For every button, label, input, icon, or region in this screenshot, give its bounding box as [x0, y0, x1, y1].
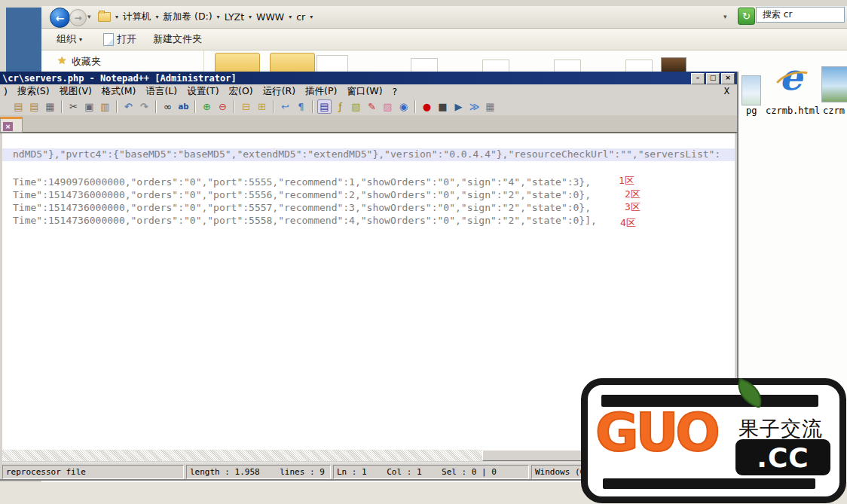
- menu-item-help[interactable]: ?: [393, 86, 398, 97]
- menu-item-window[interactable]: 窗口(W): [347, 85, 382, 98]
- document-icon: [103, 33, 114, 46]
- macro-save-icon[interactable]: ▦: [483, 99, 497, 114]
- file-icon[interactable]: [316, 55, 348, 72]
- document-tab[interactable]: ×: [0, 117, 23, 133]
- logo-brand-text: GUO: [595, 402, 717, 463]
- print-icon[interactable]: ▦: [43, 99, 57, 114]
- toolbar: ▤ ▤ ▦ ✂ ▣ ▥ ↶ ↷ ∞ ab ⊕ ⊖ ⊟ ⊞ ↩ ¶ ▤ ƒ ▧: [0, 98, 737, 115]
- sidebar-item-favorites[interactable]: 收藏夹: [72, 55, 101, 69]
- toolbar-separator: [194, 100, 196, 113]
- file-icon[interactable]: [625, 60, 653, 72]
- toolbar-separator: [116, 100, 118, 113]
- status-doc-type: reprocessor file: [2, 465, 184, 479]
- back-button[interactable]: ←: [50, 8, 70, 28]
- minimize-button[interactable]: –: [691, 73, 705, 84]
- sync-horizontal-icon[interactable]: ⊞: [255, 99, 269, 114]
- word-wrap-icon[interactable]: ↩: [278, 99, 292, 114]
- menu-item-search[interactable]: 搜索(S): [17, 85, 50, 98]
- toolbar-separator: [273, 100, 274, 113]
- breadcrumb-separator: ▾: [289, 14, 292, 20]
- function-list-icon[interactable]: ƒ: [333, 99, 347, 114]
- breadcrumb-item-drive-d[interactable]: 新加卷 (D:): [164, 11, 213, 23]
- menu-item-run[interactable]: 运行(R): [263, 85, 295, 98]
- code-line: Time":1490976000000,"orders":"0","port":…: [13, 176, 591, 188]
- window-title: \cr\servers.php - Notepad++ [Administrat…: [0, 73, 237, 84]
- menu-close-icon[interactable]: X: [724, 86, 737, 96]
- image-thumbnail-icon[interactable]: [661, 57, 686, 72]
- monitor-folder-icon[interactable]: ▨: [381, 99, 395, 114]
- menu-item-plugins[interactable]: 插件(P): [305, 85, 337, 98]
- folder-icon[interactable]: [270, 53, 315, 72]
- favorites-star-icon: ★: [57, 54, 67, 66]
- internet-explorer-icon[interactable]: e: [775, 60, 811, 102]
- address-dropdown-chevron-icon[interactable]: ▾: [723, 13, 727, 20]
- screen: ← → ▾ ▾ 计算机 ▾ 新加卷 (D:) ▾ LYZt ▾ WWW ▾ cr…: [0, 0, 847, 504]
- desktop-background-strip: [6, 8, 41, 72]
- show-all-chars-icon[interactable]: ¶: [294, 99, 308, 114]
- file-label-czrmb-html[interactable]: czrmb.html: [766, 105, 820, 116]
- toolbar-separator: [155, 100, 157, 113]
- sync-vertical-icon[interactable]: ⊟: [239, 99, 253, 114]
- close-button[interactable]: ×: [721, 73, 735, 84]
- refresh-icon[interactable]: ↻: [738, 8, 755, 25]
- document-map-icon[interactable]: ▤: [317, 99, 332, 114]
- maximize-button[interactable]: □: [706, 73, 720, 84]
- folder-icon[interactable]: [215, 53, 260, 72]
- image-thumbnail-icon[interactable]: [742, 75, 761, 105]
- chevron-down-icon: ▾: [79, 36, 82, 43]
- macro-run-multiple-icon[interactable]: ≫: [467, 99, 482, 114]
- file-label-czrm[interactable]: czrm: [823, 105, 845, 116]
- eye-icon[interactable]: ◉: [396, 99, 411, 114]
- menu-item-language[interactable]: 语言(L): [145, 85, 177, 98]
- code-line: Time":1514736000000,"orders":"0","port":…: [13, 189, 591, 200]
- macro-play-icon[interactable]: ▶: [451, 99, 466, 114]
- toolbar-separator: [312, 100, 313, 113]
- macro-stop-icon[interactable]: ■: [436, 99, 450, 114]
- find-icon[interactable]: ∞: [161, 99, 175, 114]
- breadcrumb-separator: ▾: [156, 14, 159, 20]
- tab-close-icon[interactable]: ×: [3, 122, 13, 131]
- breadcrumb-item-www[interactable]: WWW: [256, 11, 284, 23]
- logo-tld-text: .CC: [735, 439, 830, 475]
- open-button[interactable]: 打开: [103, 32, 136, 46]
- forward-button[interactable]: →: [69, 9, 87, 26]
- folder-as-workspace-icon[interactable]: ▧: [349, 99, 363, 114]
- search-input[interactable]: [756, 7, 845, 23]
- edit-icon[interactable]: ✎: [365, 99, 379, 114]
- undo-icon[interactable]: ↶: [121, 99, 136, 114]
- status-cursor-position: Ln : 1 Col : 1 Sel : 0 | 0: [333, 465, 529, 479]
- guocc-watermark-logo: GUO 果子交流 .CC: [581, 378, 846, 503]
- new-folder-button[interactable]: 新建文件夹: [153, 32, 202, 46]
- organize-button[interactable]: 组织 ▾: [57, 32, 82, 46]
- title-bar[interactable]: \cr\servers.php - Notepad++ [Administrat…: [0, 72, 737, 84]
- menu-item-macro[interactable]: 宏(O): [229, 85, 253, 98]
- file-icon[interactable]: [411, 58, 438, 72]
- copy-icon[interactable]: ▣: [82, 99, 96, 114]
- image-thumbnail-icon[interactable]: [821, 66, 847, 102]
- explorer-command-bar: 组织 ▾ 打开 新建文件夹: [41, 29, 847, 50]
- zoom-in-icon[interactable]: ⊕: [200, 99, 214, 114]
- breadcrumb[interactable]: ▾ 计算机 ▾ 新加卷 (D:) ▾ LYZt ▾ WWW ▾ cr ▾: [98, 11, 313, 23]
- macro-record-icon[interactable]: ●: [420, 99, 434, 114]
- paste-icon[interactable]: ▥: [98, 99, 112, 114]
- close-icon[interactable]: ▤: [11, 99, 26, 114]
- cut-icon[interactable]: ✂: [66, 99, 81, 114]
- file-label-pg[interactable]: pg: [746, 105, 757, 116]
- menu-item-settings[interactable]: 设置(T): [187, 85, 219, 98]
- replace-icon[interactable]: ab: [176, 99, 191, 114]
- close-all-icon[interactable]: ▤: [27, 99, 41, 114]
- scrollbar-thumb[interactable]: [482, 450, 595, 461]
- recent-pages-chevron-icon[interactable]: ▾: [87, 13, 91, 20]
- breadcrumb-separator: ▾: [217, 14, 220, 20]
- menu-item-truncated[interactable]: ): [4, 86, 8, 97]
- zoom-out-icon[interactable]: ⊖: [216, 99, 230, 114]
- breadcrumb-item-lyzt[interactable]: LYZt: [225, 11, 244, 23]
- redo-icon[interactable]: ↷: [137, 99, 151, 114]
- file-icon[interactable]: [482, 60, 509, 72]
- menu-item-view[interactable]: 视图(V): [60, 85, 92, 98]
- breadcrumb-item-computer[interactable]: 计算机: [123, 11, 151, 23]
- nav-pane-separator: [203, 50, 204, 72]
- file-icon[interactable]: [554, 60, 581, 72]
- menu-item-format[interactable]: 格式(M): [102, 85, 136, 98]
- breadcrumb-item-cr[interactable]: cr: [296, 11, 305, 23]
